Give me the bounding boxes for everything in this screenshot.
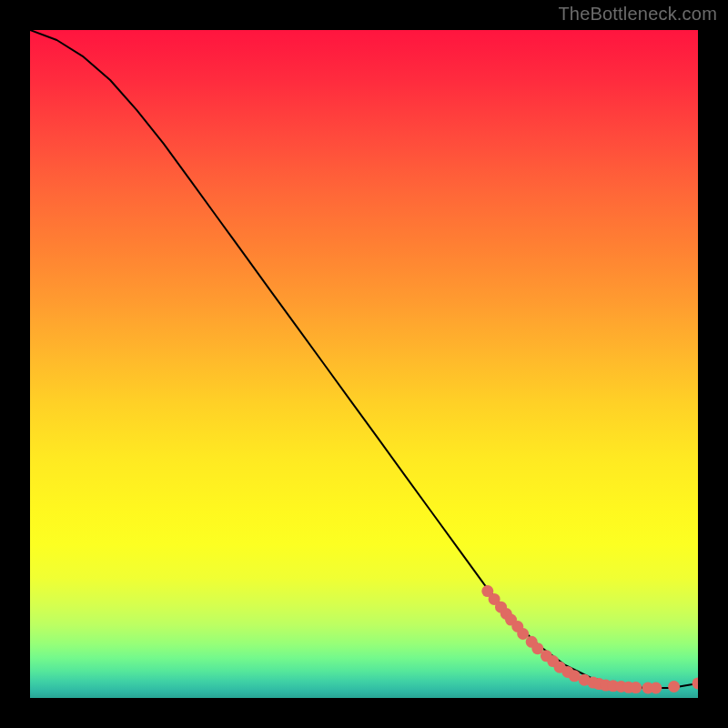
highlight-dot [693, 677, 699, 689]
bottleneck-curve [30, 30, 698, 688]
chart-frame: TheBottleneck.com [0, 0, 728, 728]
plot-area [30, 30, 698, 698]
highlight-dot [630, 682, 642, 693]
attribution-label: TheBottleneck.com [558, 4, 717, 25]
chart-overlay [30, 30, 698, 698]
highlight-dot [517, 628, 529, 640]
highlight-dot [650, 682, 662, 694]
highlight-dot [668, 681, 680, 693]
highlight-points [481, 585, 698, 693]
